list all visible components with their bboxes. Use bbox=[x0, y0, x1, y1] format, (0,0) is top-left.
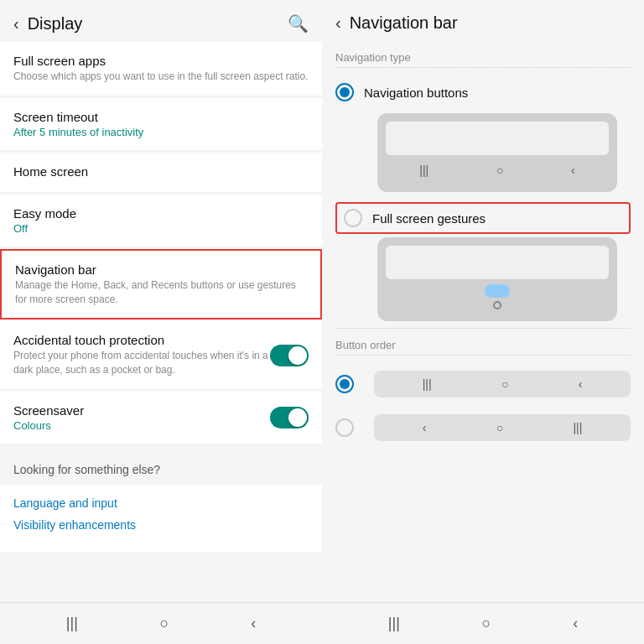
gesture-pill bbox=[485, 284, 510, 298]
mockup-recents-icon: ||| bbox=[419, 164, 428, 177]
navigation-buttons-mockup: ||| ○ ‹ bbox=[377, 113, 617, 192]
right-bottom-nav: ||| ○ ‹ bbox=[322, 602, 644, 644]
bo1-back: ‹ bbox=[579, 377, 583, 391]
mockup-home-icon: ○ bbox=[496, 164, 503, 177]
button-order-1-icons: ||| ○ ‹ bbox=[374, 371, 631, 397]
full-screen-apps-subtitle: Choose which apps you want to use in the… bbox=[13, 70, 309, 84]
right-header: ‹ Navigation bar bbox=[322, 0, 644, 41]
navigation-buttons-radio[interactable] bbox=[335, 83, 354, 101]
navigation-bar-item[interactable]: Navigation bar Manage the Home, Back, an… bbox=[0, 249, 322, 320]
button-order-section: Button order ||| ○ ‹ ‹ ○ ||| bbox=[322, 332, 644, 449]
bo2-back: ‹ bbox=[423, 421, 427, 434]
button-order-2-icons: ‹ ○ ||| bbox=[374, 414, 631, 441]
bo1-recents: ||| bbox=[423, 377, 432, 391]
button-order-option-2[interactable]: ‹ ○ ||| bbox=[335, 406, 631, 449]
navigation-buttons-label: Navigation buttons bbox=[364, 86, 468, 100]
screensaver-content: Screensaver Colours bbox=[13, 403, 270, 432]
mockup-nav-bar-1: ||| ○ ‹ bbox=[386, 160, 609, 180]
bo2-home: ○ bbox=[496, 421, 503, 434]
quick-links-section: Language and input Visibility enhancemen… bbox=[0, 485, 322, 552]
accidental-touch-item[interactable]: Accidental touch protection Protect your… bbox=[0, 321, 322, 390]
screensaver-title: Screensaver bbox=[13, 403, 270, 418]
right-settings-list: Navigation type Navigation buttons ||| ○… bbox=[322, 41, 644, 602]
right-title: Navigation bar bbox=[350, 13, 631, 33]
full-screen-gestures-option[interactable]: Full screen gestures bbox=[335, 202, 631, 234]
bo2-recents: ||| bbox=[573, 421, 582, 434]
button-order-2-radio[interactable] bbox=[335, 418, 354, 437]
right-back-nav-icon[interactable]: ‹ bbox=[573, 615, 578, 632]
full-screen-apps-item[interactable]: Full screen apps Choose which apps you w… bbox=[0, 42, 322, 96]
accidental-touch-toggle[interactable] bbox=[270, 345, 309, 366]
full-screen-gestures-label: Full screen gestures bbox=[372, 211, 486, 226]
right-back-icon[interactable]: ‹ bbox=[335, 13, 341, 33]
easy-mode-value: Off bbox=[13, 222, 309, 235]
nav-type-section: Navigation type Navigation buttons ||| ○… bbox=[322, 41, 644, 321]
left-search-icon[interactable]: 🔍 bbox=[288, 13, 309, 34]
visibility-enhancements-link[interactable]: Visibility enhancements bbox=[13, 518, 309, 532]
section-divider bbox=[335, 328, 631, 329]
left-title: Display bbox=[28, 14, 288, 34]
left-back-icon[interactable]: ‹ bbox=[13, 14, 19, 34]
right-panel: ‹ Navigation bar Navigation type Navigat… bbox=[322, 0, 644, 644]
screensaver-toggle[interactable] bbox=[270, 407, 309, 428]
screen-timeout-item[interactable]: Screen timeout After 5 minutes of inacti… bbox=[0, 98, 322, 151]
home-screen-title: Home screen bbox=[13, 164, 309, 179]
mockup-screen-2 bbox=[386, 246, 609, 279]
navigation-bar-subtitle: Manage the Home, Back, and Recents butto… bbox=[15, 278, 307, 307]
gestures-mockup bbox=[377, 237, 617, 321]
right-home-icon[interactable]: ○ bbox=[482, 615, 491, 632]
left-bottom-nav: ||| ○ ‹ bbox=[0, 602, 322, 644]
left-panel: ‹ Display 🔍 Full screen apps Choose whic… bbox=[0, 0, 322, 644]
button-order-option-1[interactable]: ||| ○ ‹ bbox=[335, 362, 631, 406]
navigation-bar-title: Navigation bar bbox=[15, 262, 307, 277]
looking-for-header: Looking for something else? bbox=[0, 446, 322, 483]
easy-mode-title: Easy mode bbox=[13, 206, 309, 221]
left-back-nav-icon[interactable]: ‹ bbox=[251, 615, 256, 632]
easy-mode-item[interactable]: Easy mode Off bbox=[0, 195, 322, 247]
mockup-screen-1 bbox=[386, 122, 609, 155]
full-screen-gestures-radio[interactable] bbox=[344, 209, 362, 227]
left-recents-icon[interactable]: ||| bbox=[66, 615, 78, 632]
screensaver-item[interactable]: Screensaver Colours bbox=[0, 392, 322, 444]
accidental-touch-content: Accidental touch protection Protect your… bbox=[13, 333, 270, 377]
mockup-back-icon: ‹ bbox=[571, 164, 575, 177]
screen-timeout-value: After 5 minutes of inactivity bbox=[13, 126, 309, 138]
left-settings-list: Full screen apps Choose which apps you w… bbox=[0, 42, 322, 602]
home-screen-item[interactable]: Home screen bbox=[0, 153, 322, 193]
accidental-touch-title: Accidental touch protection bbox=[13, 333, 270, 347]
nav-type-label: Navigation type bbox=[335, 51, 631, 68]
full-screen-apps-title: Full screen apps bbox=[13, 54, 309, 68]
right-recents-icon[interactable]: ||| bbox=[388, 615, 400, 632]
gesture-home-dot bbox=[493, 301, 501, 309]
left-home-icon[interactable]: ○ bbox=[160, 615, 169, 632]
left-header: ‹ Display 🔍 bbox=[0, 0, 322, 42]
accidental-touch-subtitle: Protect your phone from accidental touch… bbox=[13, 349, 270, 377]
button-order-label: Button order bbox=[335, 339, 631, 356]
screensaver-value: Colours bbox=[13, 419, 270, 432]
navigation-buttons-option[interactable]: Navigation buttons bbox=[335, 75, 631, 110]
button-order-1-radio[interactable] bbox=[335, 375, 354, 393]
screen-timeout-title: Screen timeout bbox=[13, 110, 309, 124]
language-input-link[interactable]: Language and input bbox=[13, 496, 309, 510]
bo1-home: ○ bbox=[501, 377, 508, 391]
